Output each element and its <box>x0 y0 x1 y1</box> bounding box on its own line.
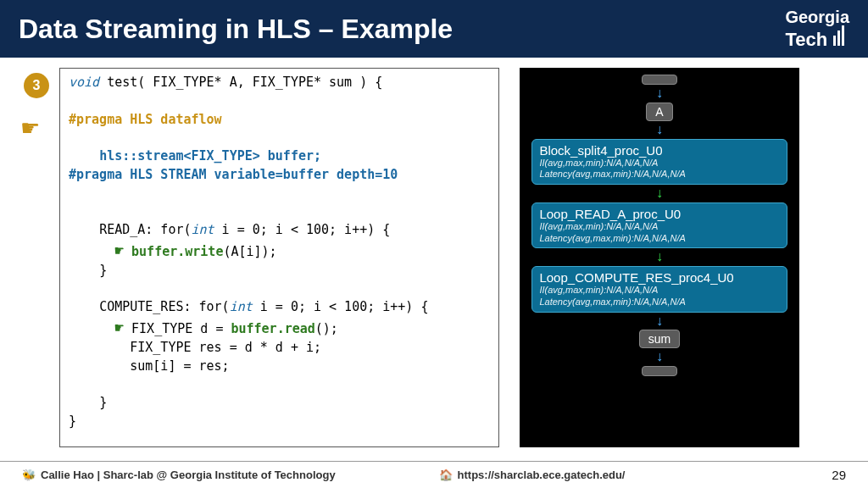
hand-pointer-icon: ☛ <box>114 319 124 336</box>
footer-author: Callie Hao | Sharc-lab @ Georgia Institu… <box>41 469 336 481</box>
graph-proc-compute-res: Loop_COMPUTE_RES_proc4_U0 II(avg,max,min… <box>531 266 787 313</box>
arrow-down-icon: ↓ <box>656 352 663 363</box>
dataflow-graph: ↓ A ↓ Block_split4_proc_U0 II(avg,max,mi… <box>520 68 798 447</box>
hand-pointer-icon: ☛ <box>114 241 124 259</box>
pragma-stream: #pragma HLS STREAM variable=buffer depth… <box>69 167 398 182</box>
step-badge: 3 <box>24 73 49 98</box>
pragma-dataflow: #pragma HLS dataflow <box>69 112 222 127</box>
arrow-down-icon: ↓ <box>656 88 663 99</box>
graph-node-sum: sum <box>639 330 680 348</box>
code-listing: void test( FIX_TYPE* A, FIX_TYPE* sum ) … <box>59 68 499 447</box>
arrow-down-icon: ↓ <box>656 125 663 136</box>
slide-footer: 🐝 Callie Hao | Sharc-lab @ Georgia Insti… <box>0 461 868 488</box>
code-panel: 3 ☛ void test( FIX_TYPE* A, FIX_TYPE* su… <box>24 68 499 456</box>
graph-end-node <box>642 366 677 376</box>
slide-title: Data Streaming in HLS – Example <box>19 14 453 45</box>
logo-tower-icon <box>833 25 844 46</box>
arrow-down-icon: ↓ <box>656 252 663 263</box>
slide-header: Data Streaming in HLS – Example Georgia … <box>0 0 868 58</box>
graph-start-node <box>642 75 677 85</box>
arrow-down-icon: ↓ <box>656 316 663 327</box>
graph-proc-read-a: Loop_READ_A_proc_U0 II(avg,max,min):N/A,… <box>531 202 787 249</box>
graph-proc-block-split: Block_split4_proc_U0 II(avg,max,min):N/A… <box>531 139 787 186</box>
footer-url: https://sharclab.ece.gatech.edu/ <box>458 469 626 481</box>
hand-pointer-icon: ☛ <box>20 115 40 141</box>
home-icon: 🏠 <box>439 469 453 481</box>
arrow-down-icon: ↓ <box>656 188 663 199</box>
gatech-logo: Georgia Tech <box>785 9 849 49</box>
page-number: 29 <box>832 468 846 482</box>
graph-node-A: A <box>646 103 672 121</box>
bee-icon: 🐝 <box>22 469 36 481</box>
